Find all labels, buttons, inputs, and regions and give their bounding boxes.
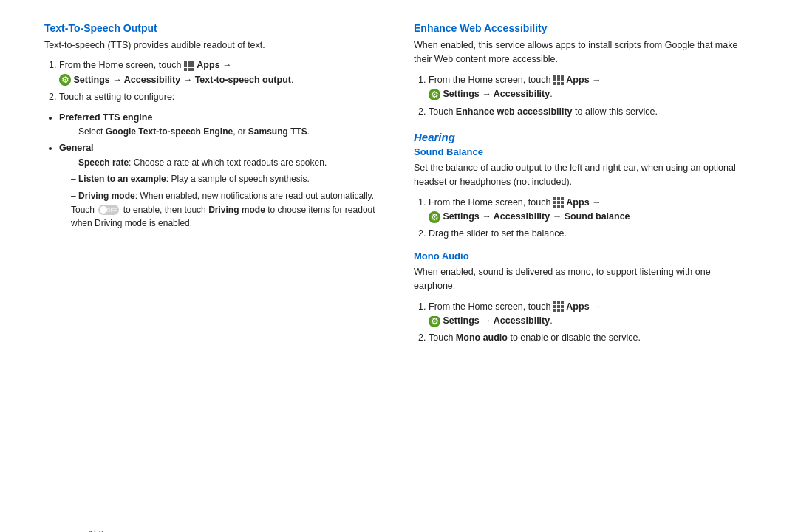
arrow-1: → xyxy=(222,60,232,70)
arrow-2: → xyxy=(592,75,601,85)
mono-step-1: From the Home screen, touch Apps → Setti… xyxy=(429,300,754,329)
preferred-tts-sub-1: Select Google Text-to-speech Engine, or … xyxy=(71,125,384,139)
tts-intro: Text-to-speech (TTS) provides audible re… xyxy=(44,38,384,52)
tts-step-1: From the Home screen, touch Apps → Setti… xyxy=(59,58,384,87)
enhance-web-bold: Enhance web accessibility xyxy=(456,106,573,117)
preferred-tts-sublist: Select Google Text-to-speech Engine, or … xyxy=(71,125,384,139)
page-layout: Text-To-Speech Output Text-to-speech (TT… xyxy=(44,22,754,358)
gear-icon-1 xyxy=(59,74,71,86)
apps-grid-icon-4 xyxy=(553,301,564,312)
page-number: 156 xyxy=(89,529,103,532)
arrow-3: → xyxy=(592,197,601,208)
arrow-4: → xyxy=(592,301,601,312)
sound-balance-steps: From the Home screen, touch Apps → Setti… xyxy=(429,196,754,242)
mono-audio-steps: From the Home screen, touch Apps → Setti… xyxy=(429,300,754,346)
general-sub-3: Driving mode: When enabled, new notifica… xyxy=(71,189,384,231)
enhance-step-1: From the Home screen, touch Apps → Setti… xyxy=(429,73,754,102)
enhance-web-steps: From the Home screen, touch Apps → Setti… xyxy=(429,73,754,119)
mono-step-2: Touch Mono audio to enable or disable th… xyxy=(429,331,754,345)
samsung-tts-label: Samsung TTS xyxy=(248,126,307,137)
enhance-settings-path: Settings → Accessibility xyxy=(443,89,550,99)
mono-audio-bold: Mono audio xyxy=(456,332,508,343)
apps-label-2: Apps xyxy=(566,75,589,85)
driving-mode-label-2: Driving mode xyxy=(208,205,265,215)
sb-settings-path: Settings → Accessibility → Sound balance xyxy=(443,211,630,222)
bullet-label-1: Preferred TTS engine xyxy=(59,112,152,123)
gear-icon-3 xyxy=(429,211,440,223)
enhance-web-section: Enhance Web Accessibility When enabled, … xyxy=(414,22,754,119)
apps-label-4: Apps xyxy=(566,301,589,312)
tts-bullets: Preferred TTS engine Select Google Text-… xyxy=(59,111,384,231)
left-column: Text-To-Speech Output Text-to-speech (TT… xyxy=(44,22,384,358)
sb-step1-text: From the Home screen, touch xyxy=(429,197,550,208)
speech-rate-label: Speech rate xyxy=(78,157,129,168)
enhance-web-title: Enhance Web Accessibility xyxy=(414,22,754,34)
sound-balance-subsection: Sound Balance Set the balance of audio o… xyxy=(414,146,754,242)
general-sub-2: Listen to an example: Play a sample of s… xyxy=(71,172,384,186)
sound-balance-step-2: Drag the slider to set the balance. xyxy=(429,227,754,241)
page-wrapper: Text-To-Speech Output Text-to-speech (TT… xyxy=(44,22,754,532)
tts-title: Text-To-Speech Output xyxy=(44,22,384,34)
apps-grid-icon-3 xyxy=(553,197,564,208)
apps-label-3: Apps xyxy=(566,197,589,208)
gear-icon-4 xyxy=(429,316,440,327)
mono-audio-title: Mono Audio xyxy=(414,250,754,262)
step2-text: Touch a setting to configure: xyxy=(59,92,174,102)
sound-balance-intro: Set the balance of audio output to the l… xyxy=(414,161,754,190)
listen-example-label: Listen to an example xyxy=(78,174,166,184)
hearing-title: Hearing xyxy=(414,131,754,143)
driving-mode-label: Driving mode xyxy=(78,191,135,201)
tts-steps: From the Home screen, touch Apps → Setti… xyxy=(59,58,384,104)
general-sub-1: Speech rate: Choose a rate at which text… xyxy=(71,156,384,170)
tts-step-2: Touch a setting to configure: xyxy=(59,90,384,104)
mono-settings-path: Settings → Accessibility xyxy=(443,316,550,326)
sound-balance-title: Sound Balance xyxy=(414,146,754,157)
bullet-general: General Speech rate: Choose a rate at wh… xyxy=(59,141,384,230)
general-sublist: Speech rate: Choose a rate at which text… xyxy=(71,156,384,231)
hearing-section: Hearing Sound Balance Set the balance of… xyxy=(414,131,754,346)
mono-audio-subsection: Mono Audio When enabled, sound is delive… xyxy=(414,250,754,346)
tts-section: Text-To-Speech Output Text-to-speech (TT… xyxy=(44,22,384,231)
tts-settings-path: Settings → Accessibility → Text-to-speec… xyxy=(73,75,290,85)
apps-label-1: Apps xyxy=(197,60,219,70)
sb-step2-text: Drag the slider to set the balance. xyxy=(429,228,567,239)
enhance-step-2: Touch Enhance web accessibility to allow… xyxy=(429,105,754,119)
toggle-off-icon xyxy=(98,205,119,215)
sound-balance-step-1: From the Home screen, touch Apps → Setti… xyxy=(429,196,754,225)
enhance-web-intro: When enabled, this service allows apps t… xyxy=(414,38,754,67)
gear-icon-2 xyxy=(429,89,440,100)
bullet-preferred-tts: Preferred TTS engine Select Google Text-… xyxy=(59,111,384,139)
apps-grid-icon-1 xyxy=(184,61,194,71)
mono-audio-intro: When enabled, sound is delivered as mono… xyxy=(414,265,754,294)
mono-step1-text: From the Home screen, touch xyxy=(429,301,550,312)
enhance-step1-text: From the Home screen, touch xyxy=(429,75,550,85)
apps-grid-icon-2 xyxy=(553,75,564,85)
bullet-label-2: General xyxy=(59,143,94,153)
step1-text-before: From the Home screen, touch xyxy=(59,60,181,70)
google-tts-label: Google Text-to-speech Engine xyxy=(106,126,233,137)
right-column: Enhance Web Accessibility When enabled, … xyxy=(414,22,754,358)
